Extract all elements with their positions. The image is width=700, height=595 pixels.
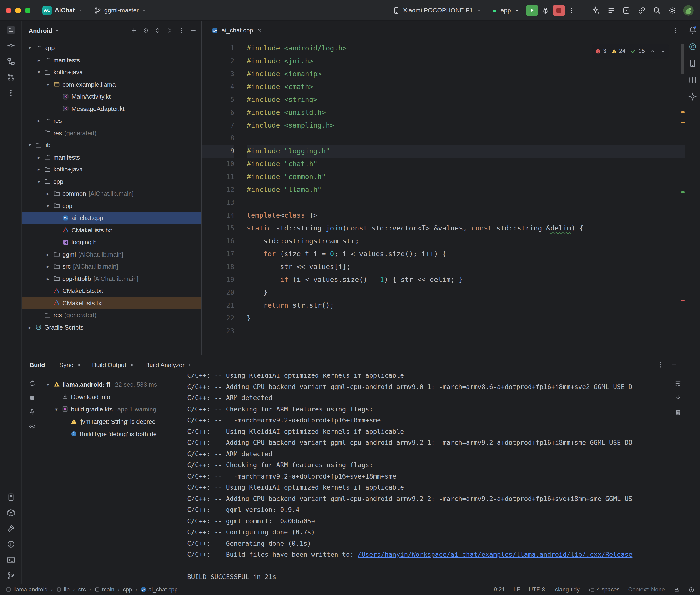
tree-item-messageadapter-kt[interactable]: KMessageAdapter.kt <box>22 103 201 115</box>
expand-toggle[interactable]: ▾ <box>36 70 42 75</box>
line-number[interactable]: 1 <box>202 42 234 55</box>
build-tree-item-buildtype-debug-is-both-de[interactable]: BuildType 'debug' is both de <box>42 428 181 440</box>
settings-icon[interactable] <box>668 6 676 15</box>
sync-icon[interactable] <box>28 380 35 387</box>
build-tree-item-build-gradle-kts[interactable]: ▾Kbuild.gradle.ktsapp 1 warning <box>42 403 181 415</box>
code-line[interactable]: #include <iomanip> <box>247 67 685 81</box>
build-tree-item-download-info[interactable]: Download info <box>42 391 181 403</box>
tree-item-cmakelists-txt[interactable]: CMakeLists.txt <box>22 224 201 236</box>
tree-item-common[interactable]: ▸common [AiChat.lib.main] <box>22 188 201 200</box>
tree-item-cpp-httplib[interactable]: ▸cpp-httplib [AiChat.lib.main] <box>22 273 201 285</box>
expand-toggle[interactable]: ▾ <box>45 382 51 387</box>
tree-item-logging-h[interactable]: Hlogging.h <box>22 236 201 248</box>
line-number[interactable]: 17 <box>202 248 234 260</box>
run-button[interactable] <box>526 4 538 16</box>
build-tab-build-output[interactable]: Build Output <box>88 359 139 370</box>
stop-build-icon[interactable] <box>28 394 35 401</box>
build-tree-item-llama-android-fi[interactable]: ▾llama.android: fi22 sec, 583 ms <box>42 378 181 391</box>
code-line[interactable]: #include "common.h" <box>247 170 685 183</box>
tree-item-res[interactable]: ▸res <box>22 115 201 127</box>
code-line[interactable]: #include <string> <box>247 93 685 106</box>
tree-item-manifests[interactable]: ▸manifests <box>22 151 201 163</box>
line-number[interactable]: 11 <box>202 170 234 183</box>
expand-toggle[interactable]: ▾ <box>45 203 51 208</box>
lock-icon[interactable] <box>673 587 679 593</box>
line-number[interactable]: 23 <box>202 325 234 338</box>
expand-toggle[interactable]: ▸ <box>45 252 51 257</box>
editor-tab-ai-chat-cpp[interactable]: C+ ai_chat.cpp <box>208 21 265 39</box>
build-tab-sync[interactable]: Sync <box>56 359 85 370</box>
expand-toggle[interactable]: ▾ <box>45 82 51 87</box>
code-line[interactable]: if (i < values.size() - 1) { str << deli… <box>247 273 685 286</box>
packages-tool-icon[interactable] <box>6 509 15 517</box>
structure-tool-icon[interactable] <box>6 57 15 66</box>
expand-toggle[interactable]: ▸ <box>45 276 51 281</box>
code-with-me-icon[interactable] <box>637 6 646 15</box>
notifications-icon[interactable] <box>688 26 697 34</box>
code-line[interactable] <box>247 132 685 145</box>
build-tab-build-analyzer[interactable]: Build Analyzer <box>141 359 197 370</box>
commit-tool-icon[interactable] <box>6 41 15 50</box>
code-line[interactable]: #include "logging.h" <box>247 145 685 158</box>
editor-options-icon[interactable] <box>671 26 679 34</box>
locate-file-icon[interactable] <box>142 27 149 34</box>
code-line[interactable]: static std::string join(const std::vecto… <box>247 222 685 235</box>
more-tools-icon[interactable] <box>6 89 15 97</box>
line-number[interactable]: 13 <box>202 196 234 209</box>
expand-toggle[interactable]: ▸ <box>45 191 51 196</box>
tree-item-lib[interactable]: ▾lib <box>22 139 201 151</box>
tree-item-app[interactable]: ▾app <box>22 42 201 54</box>
tree-item-gradle-scripts[interactable]: ▸GGradle Scripts <box>22 321 201 333</box>
code-line[interactable]: } <box>247 286 685 299</box>
breadcrumb-main[interactable]: main <box>94 587 114 593</box>
build-tool-icon[interactable] <box>6 524 15 533</box>
filter-icon[interactable] <box>28 423 35 430</box>
assistant-tool-icon[interactable] <box>688 92 697 101</box>
ok-stripe-mark[interactable] <box>681 192 684 193</box>
run-configuration-selector[interactable]: app <box>488 5 523 16</box>
previous-issue-icon[interactable] <box>649 48 655 54</box>
expand-toggle[interactable]: ▸ <box>36 167 42 172</box>
code-line[interactable]: for (size_t i = 0; i < values.size(); i+… <box>247 248 685 260</box>
next-issue-icon[interactable] <box>660 48 666 54</box>
line-number[interactable]: 20 <box>202 286 234 299</box>
tree-item-cmakelists-txt[interactable]: CMakeLists.txt <box>22 285 201 297</box>
editor-scrollbar[interactable] <box>680 44 684 74</box>
scroll-to-end-icon[interactable] <box>674 394 681 401</box>
breadcrumb-ai-chat-cpp[interactable]: C+ai_chat.cpp <box>141 587 178 593</box>
breadcrumb-src[interactable]: src <box>78 587 86 593</box>
tree-item-src[interactable]: ▸src [AiChat.lib.main] <box>22 260 201 273</box>
error-stripe-mark[interactable] <box>681 300 684 301</box>
stop-button[interactable] <box>552 4 565 16</box>
panel-options-icon[interactable] <box>178 27 185 34</box>
build-console[interactable]: C/C++: -- Using KleidiAI optimized kerne… <box>181 374 685 584</box>
expand-toggle[interactable]: ▸ <box>45 264 51 269</box>
terminal-tool-icon[interactable] <box>6 556 15 564</box>
code-line[interactable] <box>247 196 685 209</box>
expand-toggle[interactable]: ▾ <box>27 46 33 51</box>
code-line[interactable]: #include <cmath> <box>247 81 685 93</box>
soft-wrap-icon[interactable] <box>674 380 681 387</box>
code-editor[interactable]: 1234567891011121314151617181920212223 #i… <box>202 40 685 355</box>
line-number[interactable]: 7 <box>202 119 234 132</box>
line-number[interactable]: 14 <box>202 209 234 222</box>
expand-toggle[interactable]: ▾ <box>27 143 33 148</box>
gradle-tool-icon[interactable]: G <box>688 42 697 51</box>
breadcrumb-lib[interactable]: lib <box>56 587 69 593</box>
project-selector[interactable]: AC AiChat <box>39 4 87 17</box>
expand-all-icon[interactable] <box>155 27 161 34</box>
caret-position[interactable]: 9:21 <box>494 587 505 593</box>
more-run-options-icon[interactable] <box>567 6 575 14</box>
inspections-widget[interactable]: 3 24 15 <box>592 44 669 59</box>
code-line[interactable]: template<class T> <box>247 209 685 222</box>
code-line[interactable]: #include <sampling.h> <box>247 119 685 132</box>
tree-item-kotlin-java[interactable]: ▸kotlin+java <box>22 163 201 175</box>
pin-icon[interactable] <box>28 408 35 416</box>
expand-toggle[interactable]: ▸ <box>36 58 42 63</box>
project-tool-icon[interactable] <box>6 26 15 34</box>
add-icon[interactable] <box>131 27 137 34</box>
code-line[interactable]: #include <unistd.h> <box>247 106 685 119</box>
line-number[interactable]: 22 <box>202 312 234 325</box>
version-control-tool-icon[interactable] <box>6 571 15 580</box>
warning-stripe-mark[interactable] <box>681 111 684 113</box>
